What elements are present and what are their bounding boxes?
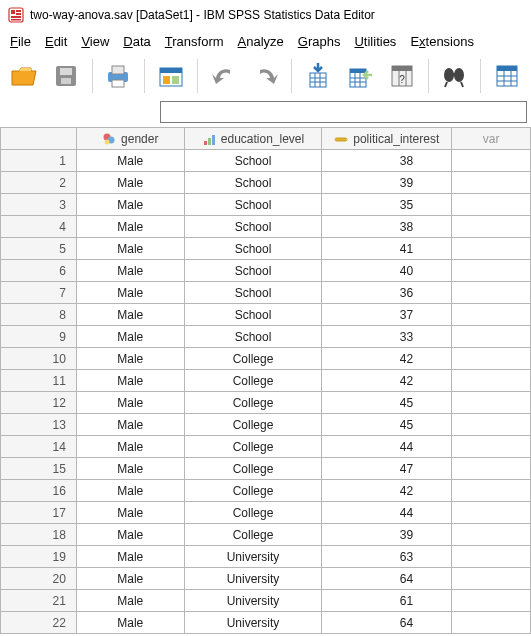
row-number[interactable]: 2	[1, 172, 77, 194]
cell-gender[interactable]: Male	[77, 326, 185, 348]
cell-education-level[interactable]: College	[185, 502, 323, 524]
variables-button[interactable]: ?	[384, 57, 420, 95]
cell-education-level[interactable]: University	[185, 612, 323, 634]
cell-gender[interactable]: Male	[77, 194, 185, 216]
cell-empty[interactable]	[452, 282, 531, 304]
cell-political-interest[interactable]: 64	[322, 612, 452, 634]
column-header-empty[interactable]: var	[452, 128, 531, 150]
cell-education-level[interactable]: College	[185, 524, 323, 546]
cell-political-interest[interactable]: 36	[322, 282, 452, 304]
cell-empty[interactable]	[452, 238, 531, 260]
cell-empty[interactable]	[452, 348, 531, 370]
cell-political-interest[interactable]: 40	[322, 260, 452, 282]
cell-gender[interactable]: Male	[77, 304, 185, 326]
cell-empty[interactable]	[452, 524, 531, 546]
cell-empty[interactable]	[452, 326, 531, 348]
cell-political-interest[interactable]: 63	[322, 546, 452, 568]
row-number[interactable]: 4	[1, 216, 77, 238]
cell-political-interest[interactable]: 64	[322, 568, 452, 590]
menu-edit[interactable]: Edit	[45, 34, 67, 49]
cell-empty[interactable]	[452, 150, 531, 172]
cell-political-interest[interactable]: 42	[322, 480, 452, 502]
row-number[interactable]: 11	[1, 370, 77, 392]
column-header-education-level[interactable]: education_level	[185, 128, 323, 150]
menu-file[interactable]: File	[10, 34, 31, 49]
menu-graphs[interactable]: Graphs	[298, 34, 341, 49]
cell-gender[interactable]: Male	[77, 348, 185, 370]
cell-political-interest[interactable]: 38	[322, 150, 452, 172]
row-number[interactable]: 13	[1, 414, 77, 436]
cell-gender[interactable]: Male	[77, 612, 185, 634]
cell-political-interest[interactable]: 39	[322, 172, 452, 194]
cell-empty[interactable]	[452, 480, 531, 502]
cell-political-interest[interactable]: 38	[322, 216, 452, 238]
goto-case-button[interactable]	[300, 57, 336, 95]
row-number[interactable]: 19	[1, 546, 77, 568]
cell-education-level[interactable]: School	[185, 304, 323, 326]
undo-button[interactable]	[206, 57, 242, 95]
cell-education-level[interactable]: College	[185, 480, 323, 502]
row-number[interactable]: 8	[1, 304, 77, 326]
cell-empty[interactable]	[452, 458, 531, 480]
cell-empty[interactable]	[452, 216, 531, 238]
cell-gender[interactable]: Male	[77, 172, 185, 194]
open-file-button[interactable]	[6, 57, 42, 95]
cell-gender[interactable]: Male	[77, 502, 185, 524]
row-number[interactable]: 3	[1, 194, 77, 216]
cell-political-interest[interactable]: 61	[322, 590, 452, 612]
cell-empty[interactable]	[452, 590, 531, 612]
goto-variable-button[interactable]	[342, 57, 378, 95]
redo-button[interactable]	[248, 57, 284, 95]
cell-gender[interactable]: Male	[77, 238, 185, 260]
cell-editor-input[interactable]	[160, 101, 527, 123]
print-button[interactable]	[100, 57, 136, 95]
row-number[interactable]: 20	[1, 568, 77, 590]
cell-gender[interactable]: Male	[77, 414, 185, 436]
menu-utilities[interactable]: Utilities	[354, 34, 396, 49]
menu-view[interactable]: View	[81, 34, 109, 49]
cell-gender[interactable]: Male	[77, 568, 185, 590]
save-button[interactable]	[48, 57, 84, 95]
row-number[interactable]: 1	[1, 150, 77, 172]
cell-empty[interactable]	[452, 172, 531, 194]
cell-empty[interactable]	[452, 568, 531, 590]
cell-education-level[interactable]: School	[185, 172, 323, 194]
corner-cell[interactable]	[1, 128, 77, 150]
cell-empty[interactable]	[452, 546, 531, 568]
cell-empty[interactable]	[452, 436, 531, 458]
cell-gender[interactable]: Male	[77, 458, 185, 480]
cell-education-level[interactable]: School	[185, 150, 323, 172]
cell-empty[interactable]	[452, 194, 531, 216]
cell-political-interest[interactable]: 44	[322, 436, 452, 458]
row-number[interactable]: 16	[1, 480, 77, 502]
menu-data[interactable]: Data	[123, 34, 150, 49]
cell-political-interest[interactable]: 45	[322, 414, 452, 436]
column-header-gender[interactable]: gender	[77, 128, 185, 150]
row-number[interactable]: 21	[1, 590, 77, 612]
cell-empty[interactable]	[452, 260, 531, 282]
cell-gender[interactable]: Male	[77, 590, 185, 612]
cell-education-level[interactable]: School	[185, 216, 323, 238]
row-number[interactable]: 5	[1, 238, 77, 260]
cell-education-level[interactable]: University	[185, 590, 323, 612]
recall-dialog-button[interactable]	[153, 57, 189, 95]
row-number[interactable]: 17	[1, 502, 77, 524]
menu-extensions[interactable]: Extensions	[410, 34, 474, 49]
cell-education-level[interactable]: College	[185, 414, 323, 436]
cell-education-level[interactable]: School	[185, 238, 323, 260]
cell-gender[interactable]: Male	[77, 150, 185, 172]
cell-education-level[interactable]: College	[185, 348, 323, 370]
cell-education-level[interactable]: School	[185, 194, 323, 216]
more-toolbar-button[interactable]	[489, 57, 525, 95]
row-number[interactable]: 12	[1, 392, 77, 414]
cell-empty[interactable]	[452, 414, 531, 436]
row-number[interactable]: 14	[1, 436, 77, 458]
cell-empty[interactable]	[452, 370, 531, 392]
cell-gender[interactable]: Male	[77, 546, 185, 568]
row-number[interactable]: 10	[1, 348, 77, 370]
menu-transform[interactable]: Transform	[165, 34, 224, 49]
cell-political-interest[interactable]: 47	[322, 458, 452, 480]
cell-gender[interactable]: Male	[77, 216, 185, 238]
cell-gender[interactable]: Male	[77, 436, 185, 458]
row-number[interactable]: 18	[1, 524, 77, 546]
